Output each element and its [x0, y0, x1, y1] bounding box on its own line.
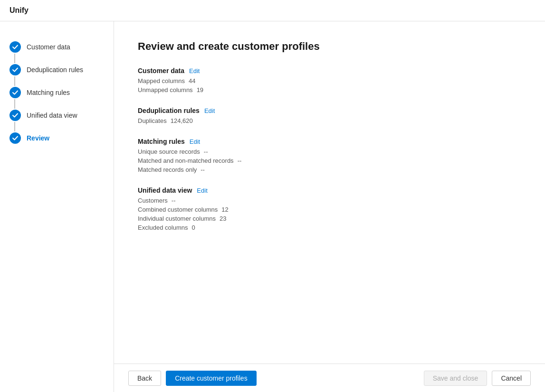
sidebar-label-unified-data-view: Unified data view	[27, 112, 77, 119]
section-row-deduplication-rules: Duplicates124,620	[138, 117, 521, 124]
step-circle-deduplication-rules	[10, 64, 21, 75]
section-row-matching-rules: Matched and non-matched records--	[138, 157, 521, 164]
row-label: Duplicates	[138, 117, 167, 124]
footer-right: Save and close Cancel	[424, 371, 531, 386]
section-header-deduplication-rules: Deduplication rulesEdit	[138, 107, 521, 114]
main-content: Review and create customer profiles Cust…	[114, 21, 545, 392]
row-label: Combined customer columns	[138, 206, 218, 213]
section-row-unified-data-view: Combined customer columns12	[138, 206, 521, 213]
section-title-unified-data-view: Unified data view	[138, 187, 192, 194]
section-row-unified-data-view: Individual customer columns23	[138, 215, 521, 222]
section-title-customer-data: Customer data	[138, 67, 184, 75]
sidebar-item-unified-data-view[interactable]: Unified data view	[0, 104, 114, 127]
row-label: Excluded columns	[138, 224, 188, 231]
sidebar-label-review: Review	[27, 134, 49, 142]
section-row-matching-rules: Unique source records--	[138, 148, 521, 155]
row-label: Individual customer columns	[138, 215, 216, 222]
section-unified-data-view: Unified data viewEditCustomers--Combined…	[138, 187, 521, 231]
section-header-customer-data: Customer dataEdit	[138, 67, 521, 75]
footer: Back Create customer profiles Save and c…	[114, 364, 545, 392]
sidebar-item-customer-data[interactable]: Customer data	[0, 36, 114, 58]
row-label: Matched and non-matched records	[138, 157, 234, 164]
edit-link-customer-data[interactable]: Edit	[189, 67, 200, 75]
sidebar-item-matching-rules[interactable]: Matching rules	[0, 81, 114, 104]
section-row-customer-data: Unmapped columns19	[138, 86, 521, 93]
section-header-unified-data-view: Unified data viewEdit	[138, 187, 521, 194]
row-value: 124,620	[171, 117, 193, 124]
row-value: 23	[220, 215, 226, 222]
row-label: Unmapped columns	[138, 86, 193, 93]
section-header-matching-rules: Matching rulesEdit	[138, 138, 521, 145]
section-matching-rules: Matching rulesEditUnique source records-…	[138, 138, 521, 173]
sidebar: Customer dataDeduplication rulesMatching…	[0, 21, 114, 392]
row-value: --	[172, 197, 176, 204]
step-circle-review	[10, 132, 21, 144]
cancel-button[interactable]: Cancel	[492, 371, 531, 386]
edit-link-matching-rules[interactable]: Edit	[190, 138, 200, 145]
section-row-unified-data-view: Customers--	[138, 197, 521, 204]
row-value: --	[201, 166, 205, 173]
section-deduplication-rules: Deduplication rulesEditDuplicates124,620	[138, 107, 521, 124]
sidebar-label-customer-data: Customer data	[27, 43, 70, 51]
row-value: --	[204, 148, 208, 155]
app-body: Customer dataDeduplication rulesMatching…	[0, 21, 545, 392]
row-value: 44	[189, 77, 195, 84]
save-close-button[interactable]: Save and close	[424, 371, 488, 386]
section-title-matching-rules: Matching rules	[138, 138, 185, 145]
sections-container: Customer dataEditMapped columns44Unmappe…	[138, 67, 521, 231]
footer-left: Back Create customer profiles	[128, 371, 257, 386]
edit-link-unified-data-view[interactable]: Edit	[197, 187, 207, 194]
app-header: Unify	[0, 0, 545, 21]
row-value: 0	[192, 224, 195, 231]
row-value: --	[238, 157, 242, 164]
row-label: Unique source records	[138, 148, 200, 155]
section-title-deduplication-rules: Deduplication rules	[138, 107, 200, 114]
app-title: Unify	[10, 6, 29, 15]
step-circle-matching-rules	[10, 87, 21, 98]
step-circle-customer-data	[10, 41, 21, 53]
section-row-customer-data: Mapped columns44	[138, 77, 521, 84]
main-body: Review and create customer profiles Cust…	[114, 21, 545, 364]
sidebar-label-deduplication-rules: Deduplication rules	[27, 66, 83, 74]
row-value: 19	[197, 86, 203, 93]
edit-link-deduplication-rules[interactable]: Edit	[204, 107, 215, 114]
page-title: Review and create customer profiles	[138, 40, 521, 53]
row-label: Mapped columns	[138, 77, 185, 84]
section-row-unified-data-view: Excluded columns0	[138, 224, 521, 231]
back-button[interactable]: Back	[128, 371, 161, 386]
row-label: Customers	[138, 197, 168, 204]
sidebar-label-matching-rules: Matching rules	[27, 89, 70, 96]
create-profiles-button[interactable]: Create customer profiles	[166, 371, 257, 386]
row-label: Matched records only	[138, 166, 197, 173]
row-value: 12	[221, 206, 228, 213]
section-row-matching-rules: Matched records only--	[138, 166, 521, 173]
step-circle-unified-data-view	[10, 110, 21, 121]
sidebar-item-deduplication-rules[interactable]: Deduplication rules	[0, 58, 114, 81]
sidebar-item-review[interactable]: Review	[0, 127, 114, 149]
section-customer-data: Customer dataEditMapped columns44Unmappe…	[138, 67, 521, 93]
